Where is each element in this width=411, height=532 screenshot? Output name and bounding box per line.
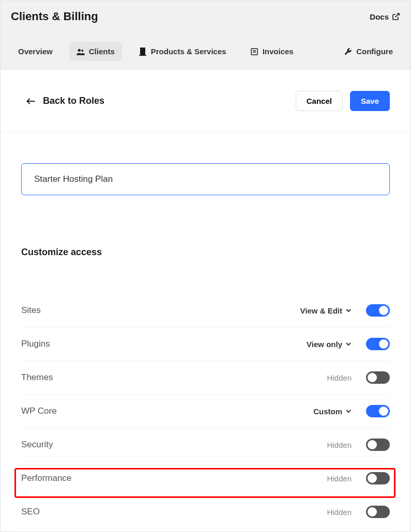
svg-line-0 — [395, 13, 399, 17]
toggle-knob — [368, 440, 377, 449]
access-dropdown[interactable]: Custom — [313, 407, 352, 416]
access-dropdown[interactable]: View only — [307, 340, 352, 349]
access-toggle[interactable] — [366, 304, 390, 317]
access-row-seo: SEOHidden — [21, 495, 390, 529]
toggle-knob — [368, 507, 377, 517]
book-icon — [139, 48, 147, 56]
svg-rect-4 — [139, 55, 146, 56]
access-row-plugins: PluginsView only — [21, 327, 390, 361]
toggle-knob — [368, 373, 377, 382]
toggle-knob — [368, 474, 377, 483]
back-button[interactable]: Back to Roles — [26, 96, 104, 106]
chevron-down-icon — [345, 341, 352, 347]
toggle-knob — [379, 406, 388, 416]
access-value-text: Hidden — [327, 508, 352, 517]
access-dropdown[interactable]: View & Edit — [300, 306, 352, 315]
tab-clients[interactable]: Clients — [69, 42, 122, 61]
cancel-button[interactable]: Cancel — [296, 91, 343, 111]
access-state: Hidden — [327, 441, 352, 449]
access-row-themes: ThemesHidden — [21, 361, 390, 395]
access-label: WP Core — [21, 406, 313, 416]
tab-invoices-label: Invoices — [263, 47, 294, 56]
access-row-sites: SitesView & Edit — [21, 294, 390, 327]
access-value-text: Hidden — [327, 441, 352, 449]
access-state: Hidden — [327, 474, 352, 483]
tab-products[interactable]: Products & Services — [131, 42, 234, 61]
access-value-text: Hidden — [327, 373, 352, 382]
access-label: Performance — [21, 473, 327, 483]
toggle-knob — [379, 306, 388, 315]
access-label: Security — [21, 440, 327, 450]
tab-configure-label: Configure — [356, 47, 393, 56]
plan-name-input[interactable] — [21, 163, 390, 195]
wrench-icon — [344, 48, 352, 56]
chevron-down-icon — [345, 408, 352, 414]
access-label: Plugins — [21, 339, 307, 349]
access-label: SEO — [21, 507, 327, 517]
access-toggle[interactable] — [366, 405, 390, 417]
tab-clients-label: Clients — [89, 47, 115, 56]
access-toggle[interactable] — [366, 338, 390, 350]
access-toggle[interactable] — [366, 371, 390, 384]
invoice-icon — [250, 48, 258, 56]
access-row-wp-core: WP CoreCustom — [21, 395, 390, 428]
arrow-left-icon — [26, 98, 36, 105]
external-link-icon — [392, 12, 400, 21]
access-row-performance: PerformanceHidden — [21, 462, 390, 495]
svg-rect-5 — [251, 49, 257, 55]
section-title: Customize access — [21, 247, 390, 258]
tab-invoices[interactable]: Invoices — [243, 42, 301, 61]
access-state: Hidden — [327, 373, 352, 382]
svg-rect-3 — [140, 48, 145, 55]
save-button[interactable]: Save — [350, 91, 390, 111]
users-icon — [77, 48, 85, 56]
back-label: Back to Roles — [43, 96, 104, 106]
docs-label: Docs — [370, 12, 389, 21]
tab-products-label: Products & Services — [151, 47, 226, 56]
access-value-text: Custom — [313, 407, 342, 416]
access-toggle[interactable] — [366, 472, 390, 484]
svg-point-1 — [78, 49, 80, 51]
tab-overview-label: Overview — [18, 47, 53, 56]
access-value-text: View only — [307, 340, 342, 349]
page-title: Clients & Billing — [11, 10, 98, 23]
access-label: Sites — [21, 305, 300, 316]
access-toggle[interactable] — [366, 439, 390, 451]
tab-configure[interactable]: Configure — [337, 42, 400, 61]
access-state: Hidden — [327, 508, 352, 517]
toggle-knob — [379, 339, 388, 349]
access-value-text: View & Edit — [300, 306, 342, 315]
tab-overview[interactable]: Overview — [11, 42, 60, 61]
chevron-down-icon — [345, 307, 352, 314]
access-value-text: Hidden — [327, 474, 352, 483]
access-toggle[interactable] — [366, 506, 390, 518]
access-row-security: SecurityHidden — [21, 428, 390, 462]
access-label: Themes — [21, 372, 327, 383]
svg-point-2 — [81, 50, 83, 52]
docs-link[interactable]: Docs — [370, 12, 400, 21]
